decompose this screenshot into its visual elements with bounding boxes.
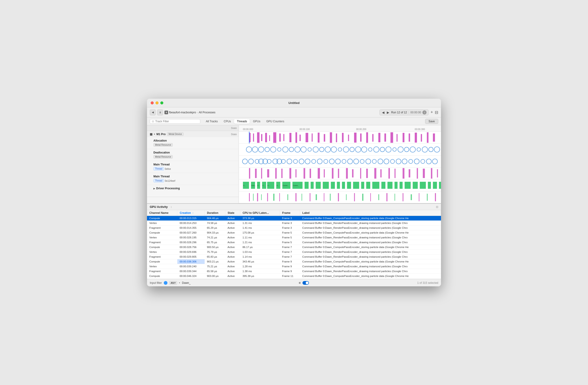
timeline-track-deallocation[interactable]: [239, 155, 441, 168]
col-channel-name[interactable]: Channel Name: [147, 210, 177, 216]
table-row[interactable]: Fragment00:00.028.29665.75 μsActive1.21 …: [147, 240, 441, 245]
table-row[interactable]: Compute00:00.027.260904.33 μsActive175.0…: [147, 230, 441, 235]
cell-channel: Compute: [147, 274, 177, 279]
table-row[interactable]: Fragment00:00.014.35565.29 μsActive1.41 …: [147, 226, 441, 230]
cell-creation: 00:00.013.315: [177, 216, 205, 221]
col-duration[interactable]: Duration: [205, 210, 225, 216]
svg-rect-146: [366, 182, 370, 189]
tab-threads[interactable]: Threads: [234, 119, 250, 124]
svg-rect-169: [261, 194, 262, 200]
prev-run-button[interactable]: ◀: [381, 111, 385, 114]
info-button[interactable]: i: [422, 110, 426, 115]
cell-state: Active: [225, 216, 240, 221]
svg-rect-139: [323, 182, 329, 189]
track-row-allocation: Allocation Metal Resource: [147, 137, 239, 149]
main-window: Untitled ◀ ⏸ 🖥 fbeaufort-macbookpro › Al…: [147, 99, 441, 286]
cell-channel: Vertex: [147, 221, 177, 226]
svg-point-55: [374, 147, 379, 152]
track-filter-input[interactable]: [155, 120, 198, 123]
timeline-track-allocation[interactable]: [239, 144, 441, 155]
tab-cpus[interactable]: CPUs: [221, 119, 233, 124]
cell-channel: Vertex: [147, 235, 177, 240]
svg-point-81: [324, 159, 328, 164]
svg-rect-167: [253, 194, 254, 201]
tab-all-tracks[interactable]: All Tracks: [203, 119, 220, 124]
svg-rect-172: [279, 193, 280, 201]
tab-gpus[interactable]: GPUs: [250, 119, 263, 124]
filter-toggle[interactable]: [302, 281, 309, 285]
svg-rect-156: [433, 182, 437, 189]
svg-rect-106: [289, 168, 291, 179]
col-creation[interactable]: Creation ↑: [177, 210, 205, 216]
table-collapse-button[interactable]: ⊡: [436, 205, 438, 209]
close-button[interactable]: [151, 101, 154, 104]
cell-cpu-gpu-latency: 1.11 ms: [240, 235, 280, 240]
cell-channel: Fragment: [147, 240, 177, 245]
cell-duration: 75.79 μs: [205, 250, 225, 254]
device-name: fbeaufort-macbookpro: [169, 111, 196, 114]
table-row[interactable]: Compute00:00.046.324903.00 μsActive395.3…: [147, 274, 441, 279]
table-row[interactable]: Compute00:00.028.756900.50 μsActive86.17…: [147, 245, 441, 250]
col-cpu-gpu-latency[interactable]: CPU to GPU Laten...: [240, 210, 280, 216]
timeline-track-driver[interactable]: [239, 191, 441, 203]
col-label[interactable]: Label: [300, 210, 441, 216]
svg-point-67: [249, 159, 253, 164]
cell-state: Active: [225, 250, 240, 254]
collapse-button[interactable]: ⊟: [435, 110, 438, 115]
col-frame[interactable]: Frame: [280, 210, 300, 216]
svg-rect-103: [267, 169, 269, 178]
filter-bubble: [164, 281, 168, 285]
timeline-track-thread-2[interactable]: C... Com... C... C... C... C... Comm... …: [239, 179, 441, 191]
svg-rect-28: [403, 133, 404, 142]
timeline-track-thread-1[interactable]: [239, 168, 441, 179]
filter-any-selector[interactable]: ANY: [169, 281, 177, 285]
save-button[interactable]: Save: [425, 119, 438, 124]
back-button[interactable]: ◀: [150, 109, 156, 116]
state-col-header: State: [231, 133, 237, 135]
cell-duration: 900.50 μs: [205, 245, 225, 250]
cell-duration: 65.83 μs: [205, 254, 225, 259]
tab-gpu-counters[interactable]: GPU Counters: [263, 119, 287, 124]
main-content: State ▦ ▾ M1 Pro Metal Device State Allo…: [147, 125, 441, 203]
driver-viz: [239, 191, 441, 203]
maximize-button[interactable]: [160, 101, 163, 104]
svg-point-63: [422, 147, 428, 152]
cell-state: Active: [225, 230, 240, 235]
cell-duration: 74.21 μs: [205, 235, 225, 240]
svg-rect-24: [378, 133, 380, 142]
svg-point-42: [295, 147, 300, 152]
cell-channel: Fragment: [147, 269, 177, 274]
track-group-header-m1pro[interactable]: ▦ ▾ M1 Pro Metal Device State: [147, 131, 239, 137]
pause-button[interactable]: ⏸: [157, 109, 163, 116]
data-table[interactable]: Channel Name Creation ↑ Duration State C…: [147, 210, 441, 279]
add-button[interactable]: +: [430, 110, 433, 115]
minimize-button[interactable]: [155, 101, 158, 104]
cell-cpu-gpu-latency: 86.17 μs: [240, 245, 280, 250]
svg-rect-176: [310, 193, 311, 201]
timeline-track-cpu[interactable]: [239, 132, 441, 144]
table-row[interactable]: Compute00:00.038.306903.21 μsActive343.4…: [147, 259, 441, 264]
svg-rect-105: [281, 169, 283, 178]
svg-rect-174: [295, 193, 296, 201]
driver-expand-icon: ▶: [153, 187, 155, 190]
cell-creation: 00:00.027.260: [177, 230, 205, 235]
table-row[interactable]: Vertex00:00.039.24075.21 μsActive1.28 ms…: [147, 264, 441, 269]
table-row[interactable]: Vertex00:00.014.25374.58 μsActive1.31 ms…: [147, 221, 441, 226]
cell-channel: Vertex: [147, 250, 177, 254]
svg-point-86: [354, 159, 358, 164]
table-row[interactable]: Compute00:00.013.315904.46 μsActive373.3…: [147, 216, 441, 221]
table-row[interactable]: Vertex00:00.029.69675.79 μsActive1.03 ms…: [147, 250, 441, 254]
svg-rect-31: [421, 134, 422, 142]
table-row[interactable]: Vertex00:00.028.19574.21 μsActive1.11 ms…: [147, 235, 441, 240]
table-row[interactable]: Fragment00:00.039.34465.58 μsActive1.38 …: [147, 269, 441, 274]
thread1-bars-svg: [239, 168, 441, 179]
table-row[interactable]: Fragment00:00.029.80565.83 μsActive1.14 …: [147, 254, 441, 259]
col-state[interactable]: State: [225, 210, 240, 216]
state-label: State: [231, 127, 237, 129]
svg-point-64: [429, 147, 433, 152]
track-filter[interactable]: ⊙: [150, 119, 200, 124]
svg-rect-148: [381, 182, 385, 189]
cell-cpu-gpu-latency: 1.03 ms: [240, 250, 280, 254]
all-processes-label[interactable]: All Processes: [199, 111, 215, 114]
cell-state: Active: [225, 245, 240, 250]
